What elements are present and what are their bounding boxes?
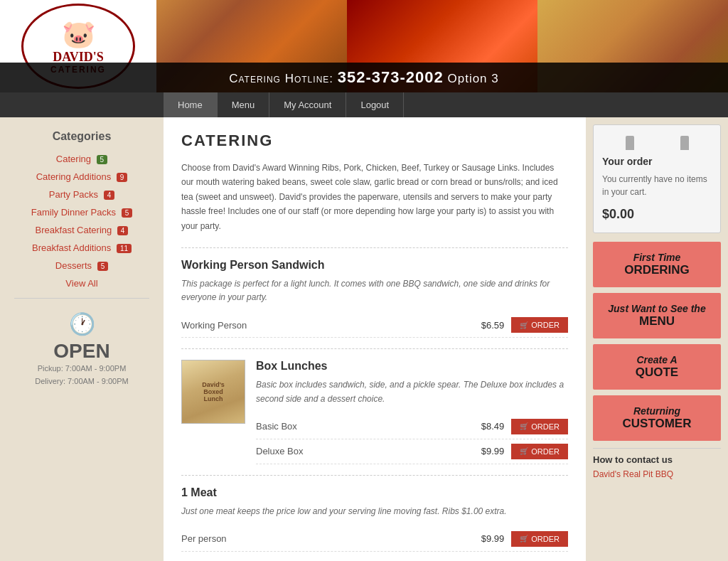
clip-left: [626, 136, 634, 150]
nav-home[interactable]: Home: [164, 92, 218, 117]
sidebar-divider: [14, 298, 149, 299]
divider-2: [181, 348, 568, 349]
cart-icon-3: 🛒: [520, 447, 528, 455]
box-lunch-image: David'sBoxedLunch: [181, 360, 245, 424]
box-details: Box Lunches Basic box includes sandwich,…: [256, 360, 568, 464]
header: 🐷 DAVID'S CATERING Catering Hotline: 352…: [0, 0, 728, 92]
section-title-box: Box Lunches: [256, 360, 568, 373]
nav-logout[interactable]: Logout: [346, 92, 404, 117]
sidebar-title: Categories: [0, 124, 164, 150]
order-button-working[interactable]: 🛒 ORDER: [511, 317, 568, 333]
sidebar-item-catering-additions[interactable]: Catering Additions 9: [0, 168, 164, 186]
cart-icon-4: 🛒: [520, 535, 528, 543]
desserts-badge: 5: [97, 262, 109, 271]
returning-line2: CUSTOMER: [600, 417, 714, 431]
section-one-meat: 1 Meat Just one meat keeps the price low…: [181, 486, 568, 552]
see-menu-line1: Just Want to See the: [600, 303, 714, 314]
order-clips: [602, 136, 712, 150]
status-delivery: Delivery: 7:00AM - 9:00PM: [7, 375, 156, 388]
item-price-deluxe: $9.99: [481, 446, 505, 456]
sidebar-item-desserts[interactable]: Desserts 5: [0, 257, 164, 274]
breakfast-catering-badge: 4: [117, 226, 129, 235]
item-name-per-person: Per person: [181, 533, 227, 544]
price-order-basic: $8.49 🛒 ORDER: [481, 419, 568, 434]
table-row: Deluxe Box $9.99 🛒 ORDER: [256, 439, 568, 464]
nav-menu[interactable]: Menu: [218, 92, 270, 117]
see-menu-line2: MENU: [600, 314, 714, 328]
header-images: Catering Hotline: 352-373-2002 Option 3: [156, 0, 728, 92]
header-banner: Catering Hotline: 352-373-2002 Option 3: [0, 63, 728, 92]
section-desc-box: Basic box includes sandwich, side, and a…: [256, 378, 568, 405]
returning-customer-button[interactable]: Returning CUSTOMER: [593, 395, 721, 441]
order-title: Your order: [602, 156, 712, 167]
nav-myaccount[interactable]: My Account: [269, 92, 346, 117]
item-price-working: $6.59: [481, 320, 505, 331]
section-desc-working: This package is perfect for a light lunc…: [181, 277, 568, 304]
catering-additions-badge: 9: [117, 173, 128, 182]
order-button-basic[interactable]: 🛒 ORDER: [511, 419, 568, 434]
item-price-basic: $8.49: [481, 421, 505, 432]
box-lunches-row: David'sBoxedLunch Box Lunches Basic box …: [181, 360, 568, 464]
sidebar-item-breakfast-catering[interactable]: Breakfast Catering 4: [0, 221, 164, 239]
catering-badge: 5: [97, 155, 108, 164]
cart-icon-2: 🛒: [520, 422, 528, 430]
price-order-per-person: $9.99 🛒 ORDER: [481, 531, 568, 547]
table-row: Basic Box $8.49 🛒 ORDER: [256, 415, 568, 439]
sidebar-item-catering[interactable]: Catering 5: [0, 150, 164, 168]
how-contact-label: How to contact us: [593, 448, 721, 465]
order-empty-text: You currently have no items in your cart…: [602, 173, 712, 198]
sidebar-item-family-dinner[interactable]: Family Dinner Packs 5: [0, 203, 164, 221]
section-title-meat: 1 Meat: [181, 486, 568, 499]
nav: Home Menu My Account Logout: [0, 92, 728, 117]
item-name-deluxe: Deluxe Box: [256, 446, 303, 456]
create-quote-line2: QUOTE: [600, 365, 714, 380]
create-quote-line1: Create A: [600, 354, 714, 365]
main-container: Categories Catering 5 Catering Additions…: [0, 117, 728, 561]
order-button-deluxe[interactable]: 🛒 ORDER: [511, 444, 568, 459]
first-time-line2: ORDERING: [600, 263, 714, 277]
item-name-working: Working Person: [181, 320, 247, 331]
first-time-ordering-button[interactable]: First Time ORDERING: [593, 242, 721, 287]
status-open-label: OPEN: [7, 340, 156, 363]
create-quote-button[interactable]: Create A QUOTE: [593, 344, 721, 390]
see-menu-button[interactable]: Just Want to See the MENU: [593, 293, 721, 338]
order-card: Your order You currently have no items i…: [593, 124, 721, 233]
status-pickup: Pickup: 7:00AM - 9:00PM: [7, 363, 156, 375]
sidebar-item-breakfast-additions[interactable]: Breakfast Additions 11: [0, 239, 164, 257]
item-price-per-person: $9.99: [481, 533, 505, 544]
david-bbq-label: David's Real Pit BBQ: [593, 469, 721, 479]
right-panel: Your order You currently have no items i…: [586, 117, 728, 561]
cart-icon: 🛒: [520, 321, 528, 329]
content-area: CATERING Choose from David's Award Winni…: [164, 117, 586, 561]
section-title-working: Working Person Sandwich: [181, 259, 568, 272]
first-time-line1: First Time: [600, 252, 714, 263]
clip-right: [680, 136, 689, 150]
banner-prefix: Catering Hotline:: [229, 72, 338, 85]
family-dinner-badge: 5: [122, 208, 133, 218]
page-title: CATERING: [181, 132, 568, 150]
sidebar-item-party-packs[interactable]: Party Packs 4: [0, 186, 164, 203]
intro-text: Choose from David's Award Winning Ribs, …: [181, 161, 568, 233]
order-button-per-person[interactable]: 🛒 ORDER: [511, 531, 568, 547]
section-box-lunches: David'sBoxedLunch Box Lunches Basic box …: [181, 360, 568, 464]
box-img-inner: David'sBoxedLunch: [182, 360, 245, 423]
section-desc-meat: Just one meat keeps the price low and yo…: [181, 505, 568, 518]
phone-number: 352-373-2002: [338, 68, 444, 86]
divider-1: [181, 247, 568, 248]
party-packs-badge: 4: [104, 191, 115, 200]
sidebar-item-view-all[interactable]: View All: [0, 274, 164, 292]
breakfast-additions-badge: 11: [117, 244, 132, 253]
section-working-person: Working Person Sandwich This package is …: [181, 259, 568, 338]
price-order-deluxe: $9.99 🛒 ORDER: [481, 444, 568, 459]
sidebar: Categories Catering 5 Catering Additions…: [0, 117, 164, 561]
table-row: Working Person $6.59 🛒 ORDER: [181, 313, 568, 338]
item-name-basic: Basic Box: [256, 421, 297, 432]
table-row: Per person $9.99 🛒 ORDER: [181, 527, 568, 552]
sidebar-status: 🕐 OPEN Pickup: 7:00AM - 9:00PM Delivery:…: [0, 304, 164, 395]
order-total: $0.00: [602, 207, 712, 222]
returning-line1: Returning: [600, 405, 714, 417]
clock-icon: 🕐: [7, 311, 156, 336]
divider-3: [181, 475, 568, 476]
banner-suffix: Option 3: [444, 72, 499, 85]
price-order-working: $6.59 🛒 ORDER: [481, 317, 568, 333]
